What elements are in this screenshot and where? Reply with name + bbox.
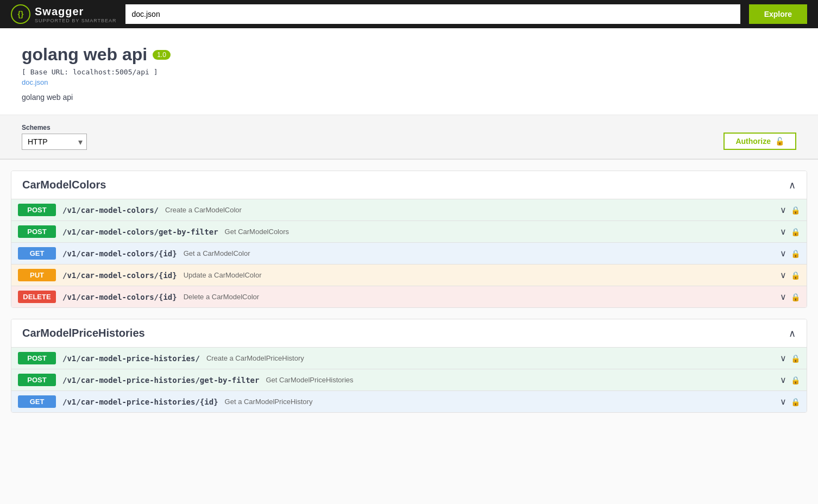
endpoint-summary: Create a CarModelColor — [165, 206, 773, 214]
explore-button[interactable]: Explore — [749, 4, 807, 24]
endpoint-actions: ∨ 🔒 — [780, 226, 800, 237]
section-title: CarModelColors — [22, 179, 106, 191]
doc-json-link[interactable]: doc.json — [22, 78, 796, 86]
endpoint-row[interactable]: GET /v1/car-model-price-histories/{id} G… — [11, 391, 807, 412]
logo-area: {} Swagger SUPPORTED BY SMARTBEAR — [11, 4, 117, 24]
version-badge: 1.0 — [153, 50, 171, 60]
endpoint-summary: Create a CarModelPriceHistory — [206, 354, 773, 362]
endpoint-actions: ∨ 🔒 — [780, 292, 800, 302]
endpoint-path: /v1/car-model-colors/{id} — [62, 249, 177, 258]
schemes-select-wrapper: HTTP HTTPS ▾ — [22, 134, 87, 150]
method-badge: POST — [18, 225, 56, 238]
endpoint-chevron-icon: ∨ — [780, 292, 786, 302]
endpoint-chevron-icon: ∨ — [780, 226, 786, 237]
endpoint-path: /v1/car-model-colors/{id} — [62, 271, 177, 280]
swagger-wordmark: Swagger — [35, 5, 117, 18]
endpoint-summary: Get a CarModelColor — [184, 249, 773, 257]
url-input[interactable] — [125, 4, 740, 24]
method-badge: PUT — [18, 269, 56, 281]
smartbear-sub: SUPPORTED BY SMARTBEAR — [35, 18, 117, 23]
section-car-model-price-histories: CarModelPriceHistories ∧ POST /v1/car-mo… — [11, 319, 807, 413]
endpoint-row[interactable]: DELETE /v1/car-model-colors/{id} Delete … — [11, 286, 807, 307]
endpoint-lock-icon: 🔒 — [791, 206, 800, 215]
sections-container: CarModelColors ∧ POST /v1/car-model-colo… — [11, 171, 807, 413]
endpoint-path: /v1/car-model-price-histories/ — [62, 354, 200, 363]
method-badge: GET — [18, 395, 56, 408]
method-badge: POST — [18, 374, 56, 386]
endpoint-chevron-icon: ∨ — [780, 396, 786, 407]
endpoint-path: /v1/car-model-colors/ — [62, 206, 159, 215]
endpoint-actions: ∨ 🔒 — [780, 205, 800, 215]
method-badge: POST — [18, 352, 56, 364]
endpoint-chevron-icon: ∨ — [780, 205, 786, 215]
method-badge: DELETE — [18, 291, 56, 303]
swagger-logo-icon: {} — [11, 4, 30, 24]
endpoint-summary: Get CarModelPriceHistories — [266, 376, 773, 384]
endpoint-actions: ∨ 🔒 — [780, 353, 800, 363]
endpoint-actions: ∨ 🔒 — [780, 396, 800, 407]
endpoint-summary: Update a CarModelColor — [184, 271, 773, 279]
api-title-text: golang web api — [22, 45, 147, 65]
endpoint-chevron-icon: ∨ — [780, 375, 786, 385]
method-badge: GET — [18, 247, 56, 260]
schemes-section: Schemes HTTP HTTPS ▾ — [22, 124, 87, 150]
main-content: CarModelColors ∧ POST /v1/car-model-colo… — [0, 171, 818, 413]
endpoint-lock-icon: 🔒 — [791, 249, 800, 258]
endpoint-summary: Delete a CarModelColor — [184, 293, 773, 301]
endpoint-actions: ∨ 🔒 — [780, 375, 800, 385]
endpoint-path: /v1/car-model-price-histories/{id} — [62, 398, 218, 406]
endpoint-row[interactable]: GET /v1/car-model-colors/{id} Get a CarM… — [11, 243, 807, 264]
endpoint-path: /v1/car-model-colors/{id} — [62, 293, 177, 301]
endpoint-lock-icon: 🔒 — [791, 398, 800, 406]
logo-text-block: Swagger SUPPORTED BY SMARTBEAR — [35, 5, 117, 23]
endpoint-lock-icon: 🔒 — [791, 228, 800, 236]
endpoint-summary: Get CarModelColors — [225, 228, 773, 236]
schemes-label: Schemes — [22, 124, 87, 131]
top-header: {} Swagger SUPPORTED BY SMARTBEAR Explor… — [0, 0, 818, 28]
endpoint-lock-icon: 🔒 — [791, 271, 800, 280]
endpoint-actions: ∨ 🔒 — [780, 270, 800, 280]
endpoint-chevron-icon: ∨ — [780, 270, 786, 280]
endpoint-actions: ∨ 🔒 — [780, 248, 800, 259]
endpoint-row[interactable]: POST /v1/car-model-colors/ Create a CarM… — [11, 199, 807, 221]
authorize-label: Authorize — [735, 137, 771, 146]
endpoint-row[interactable]: POST /v1/car-model-colors/get-by-filter … — [11, 221, 807, 243]
section-title: CarModelPriceHistories — [22, 327, 145, 339]
endpoint-path: /v1/car-model-price-histories/get-by-fil… — [62, 376, 259, 385]
api-info-section: golang web api 1.0 [ Base URL: localhost… — [0, 28, 818, 115]
endpoint-summary: Get a CarModelPriceHistory — [225, 398, 773, 406]
section-header-car-model-price-histories[interactable]: CarModelPriceHistories ∧ — [11, 319, 807, 348]
base-url: [ Base URL: localhost:5005/api ] — [22, 68, 796, 76]
section-header-car-model-colors[interactable]: CarModelColors ∧ — [11, 171, 807, 199]
endpoint-chevron-icon: ∨ — [780, 248, 786, 259]
endpoint-path: /v1/car-model-colors/get-by-filter — [62, 228, 218, 236]
api-title: golang web api 1.0 — [22, 45, 796, 65]
section-chevron-icon: ∧ — [789, 179, 796, 191]
endpoint-lock-icon: 🔒 — [791, 354, 800, 363]
endpoint-row[interactable]: POST /v1/car-model-price-histories/get-b… — [11, 369, 807, 391]
lock-icon: 🔓 — [775, 137, 784, 146]
endpoint-row[interactable]: POST /v1/car-model-price-histories/ Crea… — [11, 348, 807, 369]
endpoint-lock-icon: 🔒 — [791, 376, 800, 385]
authorize-button[interactable]: Authorize 🔓 — [723, 133, 796, 150]
api-description: golang web api — [22, 93, 796, 102]
endpoint-row[interactable]: PUT /v1/car-model-colors/{id} Update a C… — [11, 264, 807, 286]
method-badge: POST — [18, 204, 56, 216]
controls-bar: Schemes HTTP HTTPS ▾ Authorize 🔓 — [0, 115, 818, 160]
endpoint-lock-icon: 🔒 — [791, 293, 800, 301]
endpoint-chevron-icon: ∨ — [780, 353, 786, 363]
schemes-select[interactable]: HTTP HTTPS — [22, 134, 87, 150]
section-car-model-colors: CarModelColors ∧ POST /v1/car-model-colo… — [11, 171, 807, 308]
section-chevron-icon: ∧ — [789, 327, 796, 339]
